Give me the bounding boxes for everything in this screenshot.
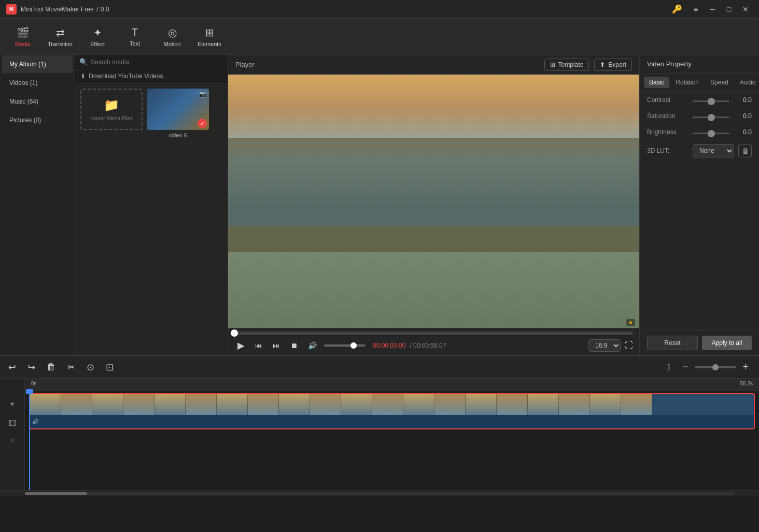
minimize-button[interactable]: ─ (705, 4, 720, 15)
maximize-button[interactable]: □ (722, 4, 736, 15)
contrast-slider[interactable] (693, 100, 729, 102)
clip-frame (217, 394, 248, 415)
video6-media-item[interactable]: 📷 ✓ video 6 (147, 89, 209, 138)
clip-frame (621, 394, 652, 415)
search-input[interactable] (91, 59, 223, 66)
clip-frame (497, 394, 528, 415)
download-youtube-btn[interactable]: ⬇ Download YouTube Videos (75, 69, 228, 83)
progress-handle[interactable] (231, 329, 238, 337)
import-media-item[interactable]: 📁 Import Media Files (80, 89, 143, 138)
effect-icon: ✦ (93, 26, 102, 39)
scroll-thumb[interactable] (25, 492, 87, 495)
close-button[interactable]: ✕ (738, 4, 753, 15)
zoom-in-btn[interactable]: + (738, 360, 753, 375)
aspect-ratio-select[interactable]: 16:9 4:3 1:1 9:16 (588, 339, 621, 352)
toolbar-transition[interactable]: ⇄ Transition (41, 20, 79, 53)
volume-slider[interactable] (324, 344, 366, 347)
reset-btn[interactable]: Reset (647, 336, 698, 350)
transition-label: Transition (48, 41, 73, 47)
fullscreen-btn[interactable]: ⛶ (625, 341, 633, 350)
text-label: Text (130, 40, 140, 47)
zoom-slider[interactable] (695, 366, 736, 368)
video-preview: ★ (228, 75, 639, 328)
brightness-value: 0.0 (734, 128, 752, 136)
apply-all-btn[interactable]: Apply to all (702, 336, 752, 350)
template-btn[interactable]: ⊞ Template (544, 59, 589, 71)
transition-icon: ⇄ (56, 26, 65, 39)
zoom-out-btn[interactable]: − (678, 360, 693, 375)
zoom-split-btn[interactable]: ⫿ (662, 360, 676, 375)
time-total: / 00:00:58.07 (410, 342, 446, 349)
search-icon: 🔍 (79, 58, 88, 66)
sidebar-item-music[interactable]: Music (64) (2, 93, 73, 110)
properties-panel: Video Property Basic Rotation Speed Audi… (640, 55, 759, 355)
import-label: Import Media Files (90, 116, 133, 121)
stop-btn[interactable]: ⏹ (287, 340, 301, 351)
play-btn[interactable]: ▶ (234, 339, 248, 352)
ruler-start: 0s (31, 381, 37, 386)
video-clip[interactable]: 🔊 (29, 393, 755, 429)
sidebar: My Album (1) Videos (1) Music (64) Pictu… (0, 55, 75, 355)
toolbar-motion[interactable]: ◎ Motion (153, 20, 191, 53)
clip-frame (154, 394, 186, 415)
clip-audio-bar: 🔊 (30, 415, 754, 428)
menu-button[interactable]: ≡ (688, 4, 703, 15)
toolbar-effect[interactable]: ✦ Effect (79, 20, 116, 53)
contrast-row: Contrast 0.0 (640, 92, 759, 108)
template-label: Template (558, 61, 584, 68)
tab-speed[interactable]: Speed (705, 77, 734, 88)
prev-btn[interactable]: ⏮ (252, 340, 265, 351)
audio-track-icon: ♪ (8, 434, 16, 446)
app-icon: M (6, 4, 17, 15)
video-frame: ★ (228, 75, 639, 328)
sidebar-item-videos[interactable]: Videos (1) (2, 74, 73, 92)
selected-checkmark: ✓ (198, 119, 207, 128)
motion-icon: ◎ (168, 26, 177, 39)
video-track: 🔊 (25, 393, 759, 430)
app-title: MiniTool MovieMaker Free 7.0.0 (21, 6, 672, 13)
crop-btn[interactable]: ⊡ (104, 360, 116, 375)
export-btn[interactable]: ⬆ Export (594, 59, 632, 71)
tab-audio[interactable]: Audio (735, 77, 759, 88)
saturation-slider[interactable] (693, 117, 729, 118)
scroll-track[interactable] (25, 492, 734, 495)
redo-btn[interactable]: ↪ (25, 360, 37, 375)
contrast-value: 0.0 (734, 96, 752, 104)
tab-rotation[interactable]: Rotation (670, 77, 704, 88)
clip-frame (403, 394, 434, 415)
lut-delete-btn[interactable]: 🗑 (738, 144, 752, 157)
clip-frame (372, 394, 403, 415)
brightness-slider[interactable] (693, 133, 729, 134)
download-label: Download YouTube Videos (89, 73, 163, 80)
lut-select[interactable]: None (693, 144, 734, 157)
clip-frame (590, 394, 621, 415)
main-content: My Album (1) Videos (1) Music (64) Pictu… (0, 55, 759, 355)
elements-label: Elements (198, 41, 221, 47)
folder-icon: 📁 (104, 98, 119, 112)
detach-audio-btn[interactable]: ⊙ (85, 360, 96, 375)
import-placeholder[interactable]: 📁 Import Media Files (80, 89, 143, 130)
add-track-btn[interactable]: + (8, 397, 17, 411)
undo-btn[interactable]: ↩ (6, 360, 18, 375)
video6-label: video 6 (147, 132, 209, 138)
cut-btn[interactable]: ✂ (65, 360, 77, 375)
timeline-scrollbar[interactable] (0, 490, 759, 496)
sidebar-item-pictures[interactable]: Pictures (0) (2, 111, 73, 129)
volume-btn[interactable]: 🔊 (305, 340, 320, 351)
tab-basic[interactable]: Basic (644, 77, 669, 88)
progress-bar[interactable] (234, 332, 633, 335)
clip-frame (30, 394, 61, 415)
toolbar-media[interactable]: 🎬 Media (4, 20, 41, 53)
lut-label: 3D LUT: (647, 147, 688, 154)
sidebar-item-my-album[interactable]: My Album (1) (2, 55, 73, 73)
delete-btn[interactable]: 🗑 (45, 360, 58, 375)
playhead[interactable] (29, 391, 30, 490)
toolbar-elements[interactable]: ⊞ Elements (191, 20, 228, 53)
effect-label: Effect (90, 41, 105, 47)
saturation-slider-container (693, 112, 729, 120)
prop-spacer (640, 162, 759, 330)
next-btn[interactable]: ⏭ (270, 340, 283, 351)
watermark: ★ (626, 319, 635, 326)
clip-frame (61, 394, 92, 415)
toolbar-text[interactable]: T Text (116, 20, 153, 53)
